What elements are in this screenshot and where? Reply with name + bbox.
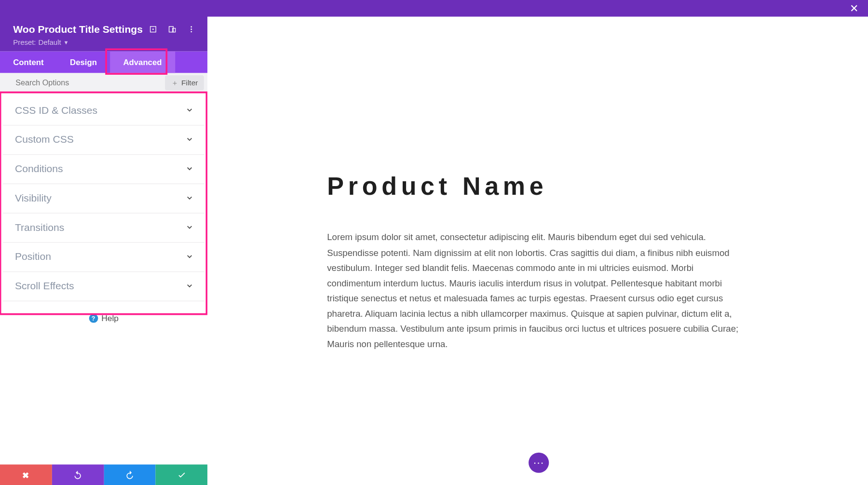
preset-prefix: Preset:	[13, 38, 36, 46]
help-icon: ?	[89, 313, 98, 323]
search-input[interactable]	[0, 78, 165, 87]
chevron-down-icon	[185, 193, 193, 203]
chevron-down-icon	[185, 106, 193, 116]
settings-sidebar: Woo Product Title Settings Preset: Defau…	[0, 0, 207, 485]
product-heading: Product Name	[327, 172, 748, 201]
preview-canvas: Product Name Lorem ipsum dolor sit amet,…	[207, 17, 868, 485]
accordion-transitions[interactable]: Transitions	[3, 214, 204, 243]
tab-content[interactable]: Content	[0, 52, 57, 73]
accordion-visibility[interactable]: Visibility	[3, 184, 204, 214]
redo-icon	[125, 470, 135, 481]
page-settings-fab[interactable]: ···	[529, 453, 549, 473]
svg-point-4	[190, 26, 192, 27]
tab-advanced[interactable]: Advanced	[110, 52, 175, 73]
cancel-button[interactable]: ✖	[0, 464, 52, 485]
undo-icon	[73, 470, 82, 481]
accordion-position[interactable]: Position	[3, 242, 204, 272]
product-description: Lorem ipsum dolor sit amet, consectetur …	[327, 229, 740, 351]
accordion-list: CSS ID & Classes Custom CSS Conditions V…	[0, 93, 207, 301]
close-icon[interactable]: ✕	[846, 2, 862, 15]
app-root: Edit Camera Product All Products Body La…	[0, 0, 868, 485]
save-button[interactable]	[156, 464, 208, 485]
ellipsis-icon: ···	[533, 457, 544, 469]
filter-button[interactable]: ＋ Filter	[165, 75, 204, 90]
chevron-down-icon	[185, 281, 193, 291]
help-row[interactable]: ? Help	[0, 301, 207, 323]
preset-value: Default	[38, 38, 61, 46]
bottom-actions: ✖	[0, 464, 207, 485]
chevron-down-icon	[185, 223, 193, 233]
check-icon	[177, 470, 187, 481]
svg-point-5	[190, 28, 192, 30]
help-label: Help	[101, 313, 119, 323]
hover-icon[interactable]	[149, 25, 157, 35]
chevron-down-icon	[185, 135, 193, 145]
accordion-scroll-effects[interactable]: Scroll Effects	[3, 272, 204, 301]
accordion-conditions[interactable]: Conditions	[3, 155, 204, 184]
chevron-down-icon	[185, 252, 193, 262]
panel-header: Woo Product Title Settings Preset: Defau…	[0, 0, 207, 52]
close-icon: ✖	[22, 471, 29, 480]
responsive-icon[interactable]	[168, 25, 176, 35]
settings-tabs: Content Design Advanced	[0, 52, 207, 73]
more-icon[interactable]	[187, 25, 195, 35]
preset-row[interactable]: Preset: Default ▼	[0, 36, 207, 46]
panel-title: Woo Product Title Settings	[13, 24, 143, 36]
accordion-css-id-classes[interactable]: CSS ID & Classes	[3, 96, 204, 126]
plus-icon: ＋	[171, 79, 178, 86]
chevron-down-icon	[185, 164, 193, 174]
search-row: ＋ Filter	[0, 73, 207, 93]
accordion-custom-css[interactable]: Custom CSS	[3, 125, 204, 155]
panel-icon-group	[149, 25, 196, 35]
svg-point-6	[190, 31, 192, 32]
undo-button[interactable]	[52, 464, 104, 485]
svg-point-1	[152, 28, 154, 30]
chevron-down-icon: ▼	[63, 40, 68, 45]
panel-titlebar: Woo Product Title Settings	[0, 17, 207, 36]
filter-label: Filter	[181, 79, 198, 87]
redo-button[interactable]	[104, 464, 156, 485]
tab-design[interactable]: Design	[57, 52, 110, 73]
